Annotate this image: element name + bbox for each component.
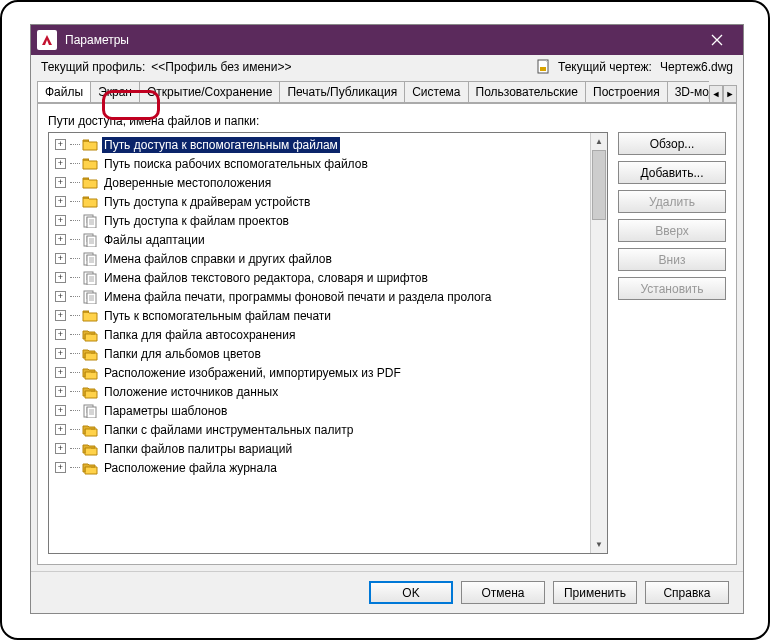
tree-item-label: Папки с файлами инструментальных палитр bbox=[102, 422, 355, 438]
tree-item-label: Путь поиска рабочих вспомогательных файл… bbox=[102, 156, 370, 172]
window-title: Параметры bbox=[65, 33, 697, 47]
tree-item[interactable]: +Параметры шаблонов bbox=[49, 401, 590, 420]
scroll-thumb[interactable] bbox=[592, 150, 606, 220]
expand-icon[interactable]: + bbox=[55, 348, 66, 359]
установить-button[interactable]: Установить bbox=[618, 277, 726, 300]
doc-icon bbox=[82, 251, 98, 267]
folder-icon bbox=[82, 194, 98, 210]
tree-item-label: Путь доступа к файлам проектов bbox=[102, 213, 291, 229]
folders-icon bbox=[82, 441, 98, 457]
tree-item[interactable]: +Папки для альбомов цветов bbox=[49, 344, 590, 363]
tree-connector bbox=[70, 410, 80, 411]
tree-item-label: Путь доступа к вспомогательным файлам bbox=[102, 137, 340, 153]
tree-connector bbox=[70, 296, 80, 297]
tab-печать/публикация[interactable]: Печать/Публикация bbox=[279, 81, 405, 102]
tree-item-label: Файлы адаптации bbox=[102, 232, 207, 248]
folder-icon bbox=[82, 175, 98, 191]
tree-item[interactable]: +Расположение изображений, импортируемых… bbox=[49, 363, 590, 382]
tree-item[interactable]: +Путь доступа к драйверам устройств bbox=[49, 192, 590, 211]
expand-icon[interactable]: + bbox=[55, 253, 66, 264]
expand-icon[interactable]: + bbox=[55, 158, 66, 169]
doc-icon bbox=[82, 213, 98, 229]
tree-item[interactable]: +Путь доступа к файлам проектов bbox=[49, 211, 590, 230]
tree-connector bbox=[70, 258, 80, 259]
close-button[interactable] bbox=[697, 25, 737, 55]
tree-item-label: Положение источников данных bbox=[102, 384, 280, 400]
expand-icon[interactable]: + bbox=[55, 329, 66, 340]
tab-scroll-right[interactable]: ► bbox=[723, 85, 737, 103]
doc-icon bbox=[82, 270, 98, 286]
profile-label: Текущий профиль: bbox=[41, 60, 145, 74]
tree-item[interactable]: +Папки с файлами инструментальных палитр bbox=[49, 420, 590, 439]
tab-3d-моделирова[interactable]: 3D-моделирова bbox=[667, 81, 709, 102]
expand-icon[interactable]: + bbox=[55, 386, 66, 397]
tree-connector bbox=[70, 239, 80, 240]
tree-connector bbox=[70, 182, 80, 183]
folders-icon bbox=[82, 422, 98, 438]
tab-файлы[interactable]: Файлы bbox=[37, 81, 91, 103]
tree-item[interactable]: +Путь к вспомогательным файлам печати bbox=[49, 306, 590, 325]
apply-button[interactable]: Применить bbox=[553, 581, 637, 604]
expand-icon[interactable]: + bbox=[55, 443, 66, 454]
tab-открытие/сохранение[interactable]: Открытие/Сохранение bbox=[139, 81, 280, 102]
tab-экран[interactable]: Экран bbox=[90, 81, 140, 102]
help-button[interactable]: Справка bbox=[645, 581, 729, 604]
tree-connector bbox=[70, 277, 80, 278]
tab-система[interactable]: Система bbox=[404, 81, 468, 102]
tree-item-label: Путь к вспомогательным файлам печати bbox=[102, 308, 333, 324]
expand-icon[interactable]: + bbox=[55, 367, 66, 378]
doc-icon bbox=[82, 289, 98, 305]
tab-построения[interactable]: Построения bbox=[585, 81, 668, 102]
expand-icon[interactable]: + bbox=[55, 462, 66, 473]
tree-item[interactable]: +Расположение файла журнала bbox=[49, 458, 590, 477]
expand-icon[interactable]: + bbox=[55, 424, 66, 435]
app-icon bbox=[37, 30, 57, 50]
titlebar: Параметры bbox=[31, 25, 743, 55]
ok-button[interactable]: OK bbox=[369, 581, 453, 604]
expand-icon[interactable]: + bbox=[55, 291, 66, 302]
expand-icon[interactable]: + bbox=[55, 405, 66, 416]
tree-item[interactable]: +Имена файла печати, программы фоновой п… bbox=[49, 287, 590, 306]
tree-connector bbox=[70, 353, 80, 354]
tree-item[interactable]: +Имена файлов справки и других файлов bbox=[49, 249, 590, 268]
info-bar: Текущий профиль: <<Профиль без имени>> Т… bbox=[31, 55, 743, 79]
tree-item[interactable]: +Файлы адаптации bbox=[49, 230, 590, 249]
добавить-button[interactable]: Добавить... bbox=[618, 161, 726, 184]
expand-icon[interactable]: + bbox=[55, 139, 66, 150]
вверх-button[interactable]: Вверх bbox=[618, 219, 726, 242]
tree-item-label: Путь доступа к драйверам устройств bbox=[102, 194, 312, 210]
tree-item[interactable]: +Папки файлов палитры вариаций bbox=[49, 439, 590, 458]
tree-item[interactable]: +Положение источников данных bbox=[49, 382, 590, 401]
folders-icon bbox=[82, 346, 98, 362]
expand-icon[interactable]: + bbox=[55, 177, 66, 188]
tree-connector bbox=[70, 334, 80, 335]
cancel-button[interactable]: Отмена bbox=[461, 581, 545, 604]
tree-connector bbox=[70, 315, 80, 316]
expand-icon[interactable]: + bbox=[55, 215, 66, 226]
expand-icon[interactable]: + bbox=[55, 310, 66, 321]
expand-icon[interactable]: + bbox=[55, 272, 66, 283]
tab-content: Пути доступа, имена файлов и папки: +Пут… bbox=[37, 103, 737, 565]
tab-scroll-left[interactable]: ◄ bbox=[709, 85, 723, 103]
tree-item[interactable]: +Путь поиска рабочих вспомогательных фай… bbox=[49, 154, 590, 173]
folders-icon bbox=[82, 365, 98, 381]
tree-item-label: Доверенные местоположения bbox=[102, 175, 273, 191]
tree-item-label: Параметры шаблонов bbox=[102, 403, 229, 419]
folder-icon bbox=[82, 308, 98, 324]
tree-item-label: Имена файла печати, программы фоновой пе… bbox=[102, 289, 494, 305]
tree-item[interactable]: +Папка для файла автосохранения bbox=[49, 325, 590, 344]
удалить-button[interactable]: Удалить bbox=[618, 190, 726, 213]
tree-scrollbar[interactable]: ▲ ▼ bbox=[590, 133, 607, 553]
scroll-down-icon[interactable]: ▼ bbox=[591, 536, 607, 553]
expand-icon[interactable]: + bbox=[55, 196, 66, 207]
tree-item-label: Расположение файла журнала bbox=[102, 460, 279, 476]
tree-item[interactable]: +Путь доступа к вспомогательным файлам bbox=[49, 135, 590, 154]
обзор-button[interactable]: Обзор... bbox=[618, 132, 726, 155]
tree-connector bbox=[70, 163, 80, 164]
tree-item[interactable]: +Имена файлов текстового редактора, слов… bbox=[49, 268, 590, 287]
expand-icon[interactable]: + bbox=[55, 234, 66, 245]
tree-item[interactable]: +Доверенные местоположения bbox=[49, 173, 590, 192]
scroll-up-icon[interactable]: ▲ bbox=[591, 133, 607, 150]
tab-пользовательские[interactable]: Пользовательские bbox=[468, 81, 587, 102]
вниз-button[interactable]: Вниз bbox=[618, 248, 726, 271]
